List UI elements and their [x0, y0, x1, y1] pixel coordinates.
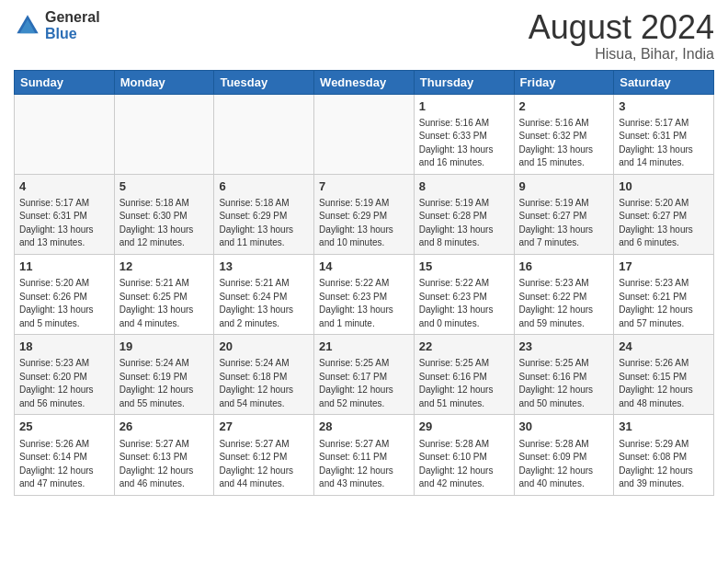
day-number: 22	[419, 339, 509, 355]
day-info: Sunrise: 5:19 AM Sunset: 6:27 PM Dayligh…	[519, 197, 609, 250]
day-info: Sunrise: 5:26 AM Sunset: 6:15 PM Dayligh…	[619, 357, 709, 410]
calendar-week-3: 11Sunrise: 5:20 AM Sunset: 6:26 PM Dayli…	[15, 254, 714, 334]
calendar-week-1: 1Sunrise: 5:16 AM Sunset: 6:33 PM Daylig…	[15, 94, 714, 174]
day-info: Sunrise: 5:23 AM Sunset: 6:22 PM Dayligh…	[519, 277, 609, 330]
calendar-cell: 23Sunrise: 5:25 AM Sunset: 6:16 PM Dayli…	[514, 335, 614, 415]
calendar-cell: 16Sunrise: 5:23 AM Sunset: 6:22 PM Dayli…	[514, 254, 614, 334]
day-number: 13	[219, 259, 309, 275]
month-title: August 2024	[529, 9, 714, 46]
day-number: 30	[519, 419, 609, 435]
calendar-cell: 20Sunrise: 5:24 AM Sunset: 6:18 PM Dayli…	[214, 335, 314, 415]
calendar-cell: 7Sunrise: 5:19 AM Sunset: 6:29 PM Daylig…	[314, 174, 415, 254]
day-info: Sunrise: 5:19 AM Sunset: 6:28 PM Dayligh…	[419, 197, 509, 250]
day-info: Sunrise: 5:28 AM Sunset: 6:09 PM Dayligh…	[519, 438, 609, 491]
calendar-cell: 18Sunrise: 5:23 AM Sunset: 6:20 PM Dayli…	[15, 335, 115, 415]
day-info: Sunrise: 5:28 AM Sunset: 6:10 PM Dayligh…	[419, 438, 509, 491]
day-number: 12	[119, 259, 210, 275]
calendar-cell: 6Sunrise: 5:18 AM Sunset: 6:29 PM Daylig…	[214, 174, 314, 254]
page-container: General Blue August 2024 Hisua, Bihar, I…	[0, 0, 728, 500]
day-info: Sunrise: 5:20 AM Sunset: 6:27 PM Dayligh…	[619, 197, 709, 250]
calendar-cell: 11Sunrise: 5:20 AM Sunset: 6:26 PM Dayli…	[15, 254, 115, 334]
day-info: Sunrise: 5:23 AM Sunset: 6:20 PM Dayligh…	[19, 357, 109, 410]
day-number: 18	[19, 339, 109, 355]
calendar-cell: 3Sunrise: 5:17 AM Sunset: 6:31 PM Daylig…	[614, 94, 714, 174]
calendar-cell	[114, 94, 214, 174]
calendar-cell: 17Sunrise: 5:23 AM Sunset: 6:21 PM Dayli…	[614, 254, 714, 334]
day-info: Sunrise: 5:25 AM Sunset: 6:17 PM Dayligh…	[319, 357, 409, 410]
page-header: General Blue August 2024 Hisua, Bihar, I…	[14, 9, 714, 63]
day-number: 24	[619, 339, 709, 355]
day-number: 20	[219, 339, 309, 355]
day-number: 7	[319, 178, 409, 195]
location: Hisua, Bihar, India	[529, 46, 714, 63]
day-number: 17	[619, 259, 709, 275]
logo-blue-text: Blue	[45, 26, 100, 42]
calendar-cell: 24Sunrise: 5:26 AM Sunset: 6:15 PM Dayli…	[614, 335, 714, 415]
day-info: Sunrise: 5:17 AM Sunset: 6:31 PM Dayligh…	[619, 117, 709, 170]
calendar-cell: 31Sunrise: 5:29 AM Sunset: 6:08 PM Dayli…	[614, 415, 714, 495]
day-info: Sunrise: 5:18 AM Sunset: 6:30 PM Dayligh…	[119, 197, 210, 250]
header-row: Sunday Monday Tuesday Wednesday Thursday…	[15, 70, 714, 94]
calendar-cell: 25Sunrise: 5:26 AM Sunset: 6:14 PM Dayli…	[15, 415, 115, 495]
day-info: Sunrise: 5:25 AM Sunset: 6:16 PM Dayligh…	[419, 357, 509, 410]
day-info: Sunrise: 5:22 AM Sunset: 6:23 PM Dayligh…	[419, 277, 509, 330]
calendar-cell	[314, 94, 415, 174]
calendar-cell: 29Sunrise: 5:28 AM Sunset: 6:10 PM Dayli…	[414, 415, 514, 495]
calendar-cell: 9Sunrise: 5:19 AM Sunset: 6:27 PM Daylig…	[514, 174, 614, 254]
col-monday: Monday	[114, 70, 214, 94]
day-info: Sunrise: 5:23 AM Sunset: 6:21 PM Dayligh…	[619, 277, 709, 330]
calendar-cell: 12Sunrise: 5:21 AM Sunset: 6:25 PM Dayli…	[114, 254, 214, 334]
day-info: Sunrise: 5:29 AM Sunset: 6:08 PM Dayligh…	[619, 438, 709, 491]
day-info: Sunrise: 5:27 AM Sunset: 6:12 PM Dayligh…	[219, 438, 309, 491]
calendar-cell: 26Sunrise: 5:27 AM Sunset: 6:13 PM Dayli…	[114, 415, 214, 495]
calendar-cell	[214, 94, 314, 174]
col-wednesday: Wednesday	[314, 70, 415, 94]
day-number: 8	[419, 178, 509, 195]
logo-icon	[14, 12, 41, 40]
day-number: 21	[319, 339, 409, 355]
day-info: Sunrise: 5:22 AM Sunset: 6:23 PM Dayligh…	[319, 277, 409, 330]
calendar-week-4: 18Sunrise: 5:23 AM Sunset: 6:20 PM Dayli…	[15, 335, 714, 415]
day-number: 25	[19, 419, 109, 435]
day-number: 1	[419, 98, 509, 115]
day-info: Sunrise: 5:21 AM Sunset: 6:25 PM Dayligh…	[119, 277, 210, 330]
day-number: 27	[219, 419, 309, 435]
calendar-cell	[15, 94, 115, 174]
calendar-cell: 13Sunrise: 5:21 AM Sunset: 6:24 PM Dayli…	[214, 254, 314, 334]
day-number: 9	[519, 178, 609, 195]
day-info: Sunrise: 5:24 AM Sunset: 6:18 PM Dayligh…	[219, 357, 309, 410]
calendar-cell: 22Sunrise: 5:25 AM Sunset: 6:16 PM Dayli…	[414, 335, 514, 415]
calendar-cell: 1Sunrise: 5:16 AM Sunset: 6:33 PM Daylig…	[414, 94, 514, 174]
calendar-cell: 27Sunrise: 5:27 AM Sunset: 6:12 PM Dayli…	[214, 415, 314, 495]
day-number: 16	[519, 259, 609, 275]
day-info: Sunrise: 5:19 AM Sunset: 6:29 PM Dayligh…	[319, 197, 409, 250]
logo-text: General Blue	[45, 9, 100, 41]
day-info: Sunrise: 5:27 AM Sunset: 6:11 PM Dayligh…	[319, 438, 409, 491]
calendar-cell: 4Sunrise: 5:17 AM Sunset: 6:31 PM Daylig…	[15, 174, 115, 254]
day-number: 14	[319, 259, 409, 275]
calendar-cell: 19Sunrise: 5:24 AM Sunset: 6:19 PM Dayli…	[114, 335, 214, 415]
calendar-week-2: 4Sunrise: 5:17 AM Sunset: 6:31 PM Daylig…	[15, 174, 714, 254]
day-number: 29	[419, 419, 509, 435]
calendar-cell: 8Sunrise: 5:19 AM Sunset: 6:28 PM Daylig…	[414, 174, 514, 254]
day-number: 19	[119, 339, 210, 355]
day-number: 23	[519, 339, 609, 355]
col-friday: Friday	[514, 70, 614, 94]
day-number: 5	[119, 178, 210, 195]
calendar-week-5: 25Sunrise: 5:26 AM Sunset: 6:14 PM Dayli…	[15, 415, 714, 495]
col-sunday: Sunday	[15, 70, 115, 94]
calendar-cell: 2Sunrise: 5:16 AM Sunset: 6:32 PM Daylig…	[514, 94, 614, 174]
logo: General Blue	[14, 9, 100, 41]
logo-general-text: General	[45, 9, 100, 26]
day-info: Sunrise: 5:17 AM Sunset: 6:31 PM Dayligh…	[19, 197, 109, 250]
day-number: 26	[119, 419, 210, 435]
col-thursday: Thursday	[414, 70, 514, 94]
day-number: 6	[219, 178, 309, 195]
day-info: Sunrise: 5:18 AM Sunset: 6:29 PM Dayligh…	[219, 197, 309, 250]
day-info: Sunrise: 5:25 AM Sunset: 6:16 PM Dayligh…	[519, 357, 609, 410]
calendar-cell: 10Sunrise: 5:20 AM Sunset: 6:27 PM Dayli…	[614, 174, 714, 254]
day-info: Sunrise: 5:16 AM Sunset: 6:32 PM Dayligh…	[519, 117, 609, 170]
day-number: 28	[319, 419, 409, 435]
day-number: 3	[619, 98, 709, 115]
col-saturday: Saturday	[614, 70, 714, 94]
